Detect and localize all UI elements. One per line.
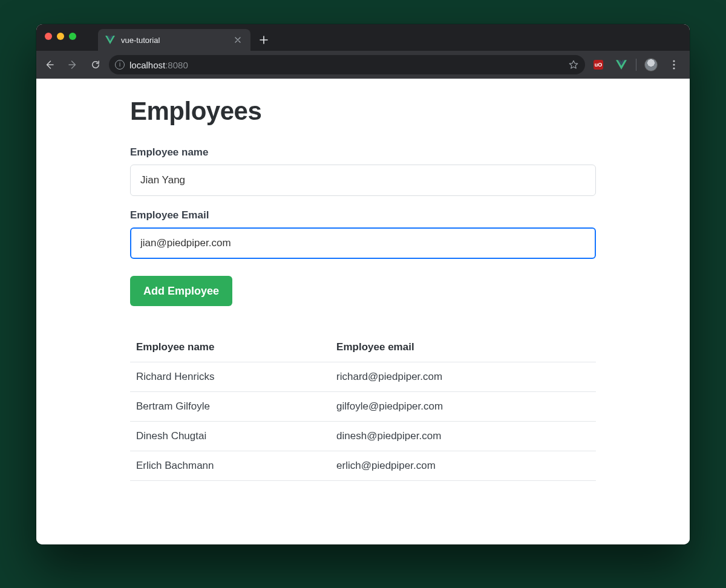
window-maximize-button[interactable] [69,33,76,40]
cell-email: gilfoyle@piedpiper.com [330,392,596,422]
bookmark-star-icon[interactable] [568,59,579,70]
cell-email: richard@piedpiper.com [330,362,596,392]
cell-email: dinesh@piedpiper.com [330,422,596,451]
tab-title: vue-tutorial [121,36,226,45]
employee-email-input[interactable] [130,227,596,259]
nav-forward-button[interactable] [63,55,82,74]
svg-point-0 [673,60,675,62]
tab-close-button[interactable] [232,34,243,45]
field-group-name: Employee name [130,146,596,196]
page-viewport: Employees Employee name Employee Email A… [36,79,690,544]
page-title: Employees [130,97,596,126]
table-row: Erlich Bachmann erlich@piedpiper.com [130,451,596,481]
content-container: Employees Employee name Employee Email A… [130,97,596,481]
site-info-icon[interactable]: i [115,60,125,70]
col-header-email: Employee email [330,333,596,362]
cell-name: Dinesh Chugtai [130,422,330,451]
extension-ublock-icon[interactable]: uO [589,55,608,74]
tab-strip: vue-tutorial [98,24,272,51]
cell-name: Richard Henricks [130,362,330,392]
window-minimize-button[interactable] [57,33,64,40]
vue-logo-icon [105,35,115,45]
cell-name: Erlich Bachmann [130,451,330,481]
toolbar-divider [636,59,636,71]
nav-reload-button[interactable] [86,55,105,74]
browser-menu-button[interactable] [664,55,684,74]
window-titlebar: vue-tutorial [36,24,690,51]
browser-window: vue-tutorial i localhost:8080 [36,24,690,544]
field-group-email: Employee Email [130,209,596,259]
cell-email: erlich@piedpiper.com [330,451,596,481]
nav-back-button[interactable] [40,55,59,74]
svg-point-2 [673,67,675,69]
employees-table: Employee name Employee email Richard Hen… [130,333,596,481]
window-close-button[interactable] [45,33,52,40]
table-row: Richard Henricks richard@piedpiper.com [130,362,596,392]
browser-toolbar: i localhost:8080 uO [36,51,690,79]
extension-vue-devtools-icon[interactable] [612,55,631,74]
new-tab-button[interactable] [255,31,272,48]
col-header-name: Employee name [130,333,330,362]
url-text: localhost:8080 [129,60,188,70]
table-row: Dinesh Chugtai dinesh@piedpiper.com [130,422,596,451]
window-controls [45,33,76,40]
browser-tab[interactable]: vue-tutorial [98,29,250,51]
table-row: Bertram Gilfoyle gilfoyle@piedpiper.com [130,392,596,422]
svg-point-1 [673,64,675,65]
name-label: Employee name [130,146,596,158]
add-employee-button[interactable]: Add Employee [130,276,232,306]
address-bar[interactable]: i localhost:8080 [109,55,585,74]
email-label: Employee Email [130,209,596,221]
employee-name-input[interactable] [130,165,596,196]
profile-avatar[interactable] [641,55,661,74]
cell-name: Bertram Gilfoyle [130,392,330,422]
table-header-row: Employee name Employee email [130,333,596,362]
